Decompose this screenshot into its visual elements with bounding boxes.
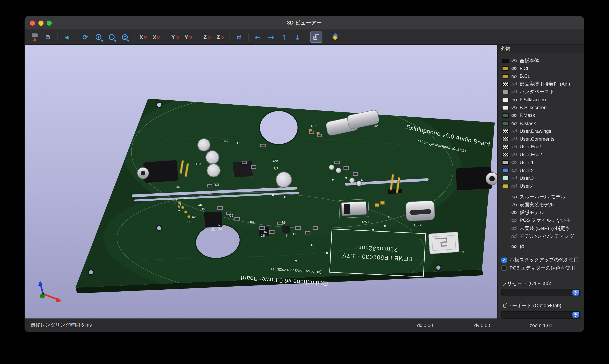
rotate-y-cw-button[interactable]: Y↻ [169, 31, 181, 43]
raytracing-toggle[interactable]: ◀ [61, 31, 73, 43]
layer-color-swatch[interactable] [502, 145, 509, 149]
export-image-button[interactable]: ⤓ [29, 31, 41, 43]
layer-row-user-eco2[interactable]: User.Eco2 [502, 151, 584, 159]
visibility-eye-off-icon[interactable] [511, 160, 517, 165]
layer-row-adhesive[interactable]: 部品実装用接着剤 (Adh [502, 80, 584, 88]
viewport-dropdown[interactable] [501, 311, 580, 318]
pan-down-button[interactable]: ↓ [291, 31, 303, 43]
layer-row-bmask[interactable]: B.Mask [502, 119, 584, 127]
visibility-eye-icon[interactable] [511, 120, 517, 126]
layer-color-swatch[interactable] [502, 168, 509, 173]
layer-color-swatch[interactable] [502, 160, 509, 165]
pan-right-button[interactable]: → [265, 31, 277, 43]
visibility-eye-icon[interactable] [511, 202, 517, 208]
layer-color-swatch[interactable] [502, 74, 509, 78]
visibility-eye-off-icon[interactable] [511, 218, 517, 223]
layer-color-swatch[interactable] [502, 90, 509, 94]
close-window-button[interactable] [30, 20, 35, 25]
value-row[interactable]: 値 [502, 242, 584, 250]
title-bar[interactable]: 3D ビューアー [25, 16, 584, 30]
zoom-in-button[interactable]: + [92, 31, 104, 43]
visibility-eye-icon[interactable] [511, 97, 517, 103]
silkscreen-ref: R29 [272, 159, 278, 163]
layer-color-swatch[interactable] [502, 184, 509, 188]
visibility-eye-off-icon[interactable] [511, 144, 517, 150]
layer-row-user-comments[interactable]: User.Comments [502, 135, 584, 143]
visibility-eye-off-icon[interactable] [511, 234, 517, 239]
visibility-eye-icon[interactable] [511, 113, 517, 118]
visibility-eye-off-icon[interactable] [511, 136, 517, 142]
model-row-through-hole[interactable]: スルーホール モデル [502, 193, 584, 201]
visibility-eye-off-icon[interactable] [511, 152, 517, 157]
flip-board-button[interactable]: ⇄ [233, 31, 245, 43]
visibility-eye-icon[interactable] [511, 210, 517, 215]
layer-color-swatch[interactable] [502, 58, 509, 63]
visibility-eye-off-icon[interactable] [511, 183, 517, 189]
visibility-eye-off-icon[interactable] [511, 89, 517, 95]
orthographic-projection-toggle[interactable] [311, 31, 323, 43]
pan-left-button[interactable]: ← [252, 31, 264, 43]
rotate-z-cw-button[interactable]: Z↻ [201, 31, 213, 43]
visibility-eye-icon[interactable] [511, 74, 517, 79]
preset-dropdown[interactable] [501, 289, 580, 296]
layer-row-bsilk[interactable]: B.Silkscreen [502, 104, 584, 112]
checkbox-row-editor-copper[interactable]: PCB エディターの銅色を使用 [497, 264, 584, 272]
layer-color-swatch[interactable] [502, 105, 509, 110]
rotate-x-ccw-button[interactable]: X↺ [151, 31, 163, 43]
model-row-bounding[interactable]: モデルのバウンディング [502, 232, 584, 240]
layer-row-board-body[interactable]: 基板本体 [502, 57, 584, 65]
stepper-icon[interactable] [572, 312, 579, 318]
appearance-layers-button[interactable] [329, 31, 341, 43]
zoom-out-button[interactable]: − [106, 31, 118, 43]
model-row-not-in-pos[interactable]: POS ファイルにないモ [502, 217, 584, 224]
layer-color-swatch[interactable] [502, 66, 509, 71]
layer-color-swatch[interactable] [502, 113, 509, 118]
rotate-y-ccw-button[interactable]: Y↺ [182, 31, 194, 43]
layer-color-swatch[interactable] [502, 121, 509, 126]
layer-row-bcu[interactable]: B.Cu [502, 72, 584, 80]
visibility-eye-icon[interactable] [511, 105, 517, 110]
visibility-eye-icon[interactable] [511, 194, 517, 200]
model-row-smd[interactable]: 表面実装モデル [502, 201, 584, 209]
visibility-eye-icon[interactable] [511, 66, 517, 71]
rotate-x-cw-button[interactable]: X↻ [138, 31, 150, 43]
layer-color-swatch[interactable] [502, 153, 509, 157]
layer-row-user2[interactable]: User.2 [502, 167, 584, 174]
minimize-window-button[interactable] [38, 20, 43, 25]
layer-color-swatch[interactable] [502, 176, 509, 181]
pcb-3d-scene[interactable]: EEMB LP502030 +3.7V 21mmx32mm Exidiophon… [25, 45, 497, 318]
layer-row-fmask[interactable]: F.Mask [502, 112, 584, 119]
layer-color-swatch[interactable] [502, 137, 509, 141]
copy-image-button[interactable]: ⧉ [42, 31, 54, 43]
model-row-dnp[interactable]: 未実装 (DNP) が指定さ [502, 224, 584, 232]
3d-viewport[interactable]: EEMB LP502030 +3.7V 21mmx32mm Exidiophon… [25, 45, 497, 318]
visibility-eye-off-icon[interactable] [511, 129, 517, 134]
maximize-window-button[interactable] [47, 20, 52, 25]
layer-row-user4[interactable]: User.4 [502, 182, 584, 190]
reload-board-button[interactable]: ⟳ [79, 31, 91, 43]
layer-color-swatch[interactable] [502, 98, 509, 102]
visibility-eye-off-icon[interactable] [511, 175, 517, 181]
layer-row-fsilk[interactable]: F.Silkscreen [502, 96, 584, 104]
layer-row-solder-paste[interactable]: ハンダペースト [502, 88, 584, 96]
visibility-eye-off-icon[interactable] [511, 226, 517, 231]
layer-color-swatch[interactable] [502, 129, 509, 133]
rotate-z-ccw-button[interactable]: Z↺ [214, 31, 226, 43]
layer-row-user-drawings[interactable]: User.Drawings [502, 127, 584, 135]
visibility-eye-icon[interactable] [511, 244, 517, 249]
visibility-eye-icon[interactable] [511, 58, 517, 64]
visibility-eye-off-icon[interactable] [511, 81, 517, 87]
visibility-eye-off-icon[interactable] [511, 168, 517, 173]
checkbox-row-stackup-colors[interactable]: 基板スタックアップの色を使用 [497, 256, 584, 264]
model-row-virtual[interactable]: 仮想モデル [502, 209, 584, 217]
checkbox-checked[interactable] [501, 257, 507, 263]
zoom-fit-button[interactable]: ▫ [119, 31, 131, 43]
layer-row-user3[interactable]: User.3 [502, 174, 584, 182]
layer-row-user-eco1[interactable]: User.Eco1 [502, 143, 584, 151]
layer-row-fcu[interactable]: F.Cu [502, 65, 584, 72]
layer-row-user1[interactable]: User.1 [502, 159, 584, 167]
checkbox-unchecked[interactable] [501, 265, 507, 271]
layer-color-swatch[interactable] [502, 82, 509, 86]
pan-up-button[interactable]: ↑ [278, 31, 290, 43]
stepper-icon[interactable] [572, 290, 579, 296]
